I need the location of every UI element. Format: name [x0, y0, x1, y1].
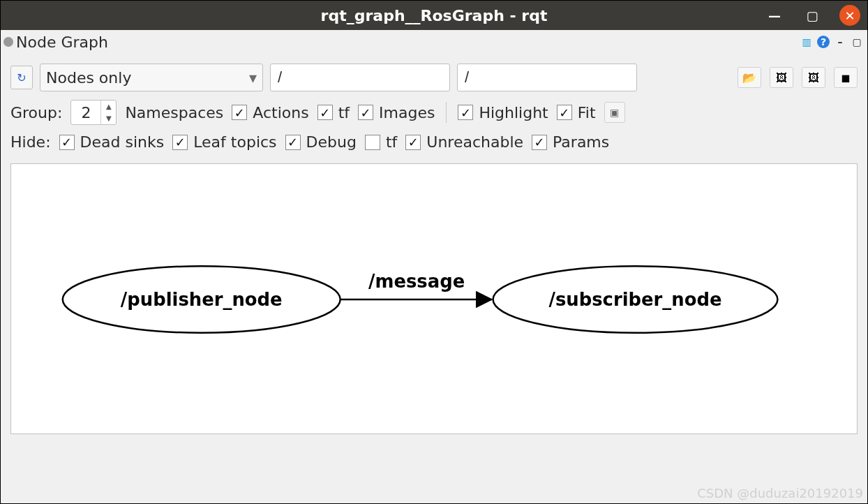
group-label: Group: [10, 104, 62, 121]
layout-icon: ◼ [841, 71, 850, 84]
plugin-header: Node Graph ▥ ? – ▢ [1, 30, 867, 54]
plugin-title: Node Graph [16, 34, 108, 51]
dock-toggle-icon[interactable]: ▥ [800, 36, 813, 48]
client-area: Node Graph ▥ ? – ▢ ↻ Nodes only ▾ 📂 🖼 [1, 30, 867, 503]
titlebar: rqt_graph__RosGraph - rqt — ▢ ✕ [1, 1, 867, 30]
group-row: Group: 2 ▲ ▼ Namespaces Actions tf Image… [1, 96, 867, 129]
params-check[interactable]: Params [532, 133, 609, 151]
images-label: Images [379, 104, 435, 121]
zoom-reset-button[interactable]: ▣ [604, 102, 625, 123]
highlight-label: Highlight [479, 104, 548, 121]
deadsinks-label: Dead sinks [80, 133, 165, 151]
filter-mode-value: Nodes only [46, 69, 131, 87]
checkbox-icon [532, 135, 547, 150]
debug-label: Debug [306, 133, 357, 151]
graph-canvas[interactable]: /publisher_node /subscriber_node /messag… [10, 163, 858, 434]
checkbox-icon [458, 105, 473, 120]
save-image-button[interactable]: 🖼 [770, 67, 793, 88]
close-button[interactable]: ✕ [839, 5, 860, 26]
checkbox-icon [557, 105, 572, 120]
edge-label: /message [368, 271, 465, 292]
minus-icon[interactable]: – [834, 36, 846, 48]
topic-filter-input[interactable] [457, 64, 637, 91]
fit-label: Fit [578, 104, 596, 121]
image-save-icon: 🖼 [776, 71, 787, 84]
tf-label: tf [338, 104, 350, 121]
leaftopics-check[interactable]: Leaf topics [172, 133, 276, 151]
refresh-icon: ↻ [17, 71, 26, 84]
plugin-icon [2, 36, 15, 48]
layout-button[interactable]: ◼ [834, 67, 858, 88]
tf-check[interactable]: tf [317, 104, 350, 121]
checkbox-icon [232, 105, 247, 120]
namespaces-label: Namespaces [125, 104, 223, 121]
highlight-check[interactable]: Highlight [458, 104, 548, 121]
node-filter-input[interactable] [270, 64, 450, 91]
image-save2-icon: 🖼 [808, 71, 819, 84]
group-spinner[interactable]: 2 ▲ ▼ [70, 100, 117, 125]
spin-down-icon[interactable]: ▼ [101, 112, 116, 124]
checkbox-icon [59, 135, 75, 150]
separator [446, 102, 447, 123]
unreachable-label: Unreachable [426, 133, 523, 151]
checkbox-icon [358, 105, 373, 120]
watermark: CSDN @duduzai20192019 [697, 486, 863, 501]
subscriber-node-label: /subscriber_node [548, 289, 721, 310]
checkbox-icon [317, 105, 333, 120]
unreachable-check[interactable]: Unreachable [405, 133, 523, 151]
help-icon[interactable]: ? [817, 36, 830, 48]
window-title: rqt_graph__RosGraph - rqt [321, 7, 548, 24]
checkbox-icon [285, 135, 301, 150]
refresh-button[interactable]: ↻ [10, 66, 33, 89]
tf2-label: tf [386, 133, 397, 151]
checkbox-icon [365, 135, 380, 150]
actions-check[interactable]: Actions [232, 104, 308, 121]
toolbar-row-1: ↻ Nodes only ▾ 📂 🖼 🖼 ◼ [1, 54, 867, 96]
actions-label: Actions [253, 104, 308, 121]
filter-mode-combo[interactable]: Nodes only ▾ [40, 64, 263, 91]
float-icon[interactable]: ▢ [851, 36, 863, 48]
spin-up-icon[interactable]: ▲ [101, 101, 116, 112]
spinner-arrows: ▲ ▼ [100, 101, 116, 124]
export-buttons: 📂 🖼 🖼 ◼ [738, 67, 858, 88]
maximize-button[interactable]: ▢ [802, 5, 823, 26]
tf2-check[interactable]: tf [365, 133, 397, 151]
hide-row: Hide: Dead sinks Leaf topics Debug tf Un… [1, 129, 867, 155]
reset-icon: ▣ [610, 107, 619, 118]
checkbox-icon [172, 135, 188, 150]
group-value: 2 [71, 104, 100, 121]
fit-check[interactable]: Fit [557, 104, 596, 121]
chevron-down-icon: ▾ [249, 69, 257, 87]
debug-check[interactable]: Debug [285, 133, 357, 151]
checkbox-icon [405, 135, 421, 150]
minimize-button[interactable]: — [764, 5, 785, 26]
save-dot-button[interactable]: 🖼 [802, 67, 825, 88]
hide-label: Hide: [10, 133, 51, 151]
deadsinks-check[interactable]: Dead sinks [59, 133, 165, 151]
params-label: Params [553, 133, 609, 151]
open-file-button[interactable]: 📂 [738, 67, 761, 88]
leaftopics-label: Leaf topics [193, 133, 276, 151]
app-window: rqt_graph__RosGraph - rqt — ▢ ✕ Node Gra… [0, 0, 868, 504]
window-controls: — ▢ ✕ [764, 5, 860, 26]
ros-graph-svg: /publisher_node /subscriber_node /messag… [11, 164, 857, 433]
folder-icon: 📂 [742, 71, 756, 84]
images-check[interactable]: Images [358, 104, 435, 121]
publisher-node-label: /publisher_node [121, 289, 283, 310]
